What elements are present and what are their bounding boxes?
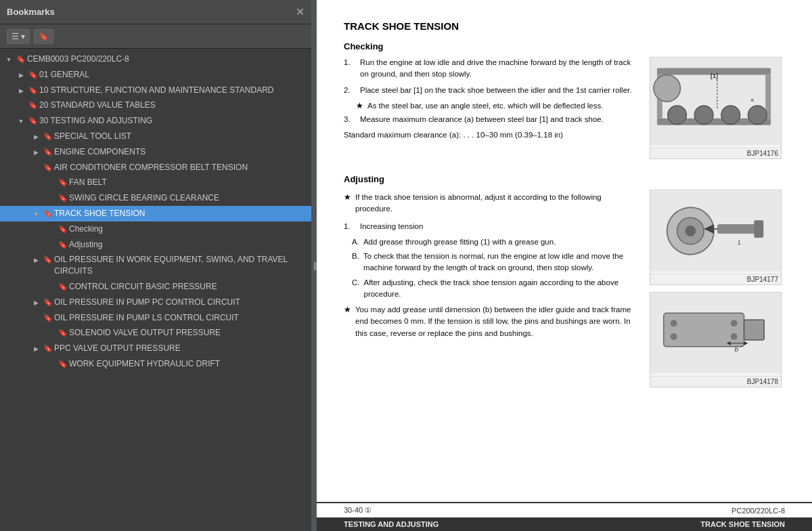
sidebar-item-oilpressls[interactable]: 🔖OIL PRESSURE IN PUMP LS CONTROL CIRCUIT (0, 310, 311, 326)
adj-step-1: 1. Increasing tension (344, 221, 639, 232)
sidebar-item-cemb[interactable]: 🔖CEMB0003 PC200/220LC-8 (0, 51, 311, 67)
bookmark-tree[interactable]: 🔖CEMB0003 PC200/220LC-8🔖01 GENERAL🔖10 ST… (0, 49, 311, 531)
bookmark-icon-20std: 🔖 (27, 100, 39, 110)
sidebar-item-10struct[interactable]: 🔖10 STRUCTURE, FUNCTION AND MAINTENANCE … (0, 83, 311, 98)
sidebar-item-label-engine: ENGINE COMPONENTS (54, 146, 309, 158)
sidebar-item-aircond[interactable]: 🔖AIR CONDITIONER COMPRESSOR BELT TENSION (0, 160, 311, 175)
bookmark-icon-10struct: 🔖 (27, 85, 39, 95)
sidebar-item-label-trackshoe: TRACK SHOE TENSION (54, 208, 309, 219)
main-content: TRACK SHOE TENSION Checking 1. Run the e… (317, 0, 812, 531)
bookmark-icon-oilpresspc: 🔖 (42, 297, 54, 307)
sidebar-item-20std[interactable]: 🔖20 STANDARD VALUE TABLES (0, 98, 311, 113)
sidebar-item-label-20std: 20 STANDARD VALUE TABLES (39, 100, 309, 111)
bookmark-icon-engine: 🔖 (42, 147, 54, 157)
expand-icon-01general[interactable] (15, 70, 27, 80)
sidebar-item-label-checking: Checking (69, 224, 309, 235)
expand-icon-engine[interactable] (30, 148, 42, 157)
checking-steps-cont: 3. Measure maximum clearance (a) between… (344, 114, 639, 125)
expand-icon-special[interactable] (30, 132, 42, 142)
bookmark-icon-checking: 🔖 (57, 224, 69, 234)
sidebar-item-label-cemb: CEMB0003 PC200/220LC-8 (27, 54, 309, 65)
adj-step-1c: C. After adjusting, check the track shoe… (352, 277, 639, 301)
sidebar-toolbar: ☰ ▾ 🔖 (0, 24, 311, 49)
svg-text:b: b (735, 345, 739, 353)
sidebar-item-solenoid[interactable]: 🔖SOLENOID VALVE OUTPUT PRESSURE (0, 325, 311, 341)
sidebar-title: Bookmarks (7, 7, 55, 17)
adjusting-star-2-list: ★ You may add grease until dimension (b)… (344, 304, 639, 339)
track-diagram-2: 1 (650, 190, 781, 272)
sidebar-item-label-workequip: WORK EQUIPMENT HYDRAULIC DRIFT (69, 358, 309, 370)
list-view-button[interactable]: ☰ ▾ (7, 29, 30, 44)
bookmark-icon-cemb: 🔖 (15, 54, 27, 64)
sidebar-item-30testing[interactable]: 🔖30 TESTING AND ADJUSTING (0, 113, 311, 129)
step-2a: ★ As the steel bar, use an angle steel, … (356, 100, 639, 112)
image-bjp14176: [1] a BJP14176 (650, 57, 782, 159)
bookmark-icon-trackshoe: 🔖 (42, 209, 54, 219)
sidebar-item-adjusting[interactable]: 🔖Adjusting (0, 237, 311, 253)
svg-point-7 (721, 106, 740, 125)
bookmark-icon-01general: 🔖 (27, 70, 39, 80)
track-diagram-1: [1] a (650, 58, 781, 146)
sidebar: Bookmarks ✕ ☰ ▾ 🔖 🔖CEMB0003 PC200/220LC-… (0, 0, 311, 531)
bottom-right-label: TRACK SHOE TENSION (700, 520, 785, 528)
expand-icon-trackshoe[interactable] (30, 209, 42, 219)
sidebar-item-oilpresswork[interactable]: 🔖OIL PRESSURE IN WORK EQUIPMENT, SWING, … (0, 252, 311, 279)
checking-text: 1. Run the engine at low idle and drive … (344, 57, 639, 166)
sidebar-header: Bookmarks ✕ (0, 0, 311, 24)
sidebar-item-checking[interactable]: 🔖Checking (0, 221, 311, 237)
sidebar-item-engine[interactable]: 🔖ENGINE COMPONENTS (0, 144, 311, 160)
adj-step-1a: A. Add grease through grease fitting (1)… (352, 236, 639, 248)
svg-point-6 (694, 106, 713, 125)
close-button[interactable]: ✕ (296, 7, 304, 18)
svg-point-8 (748, 106, 767, 125)
image-caption-1: BJP14176 (650, 148, 781, 158)
sidebar-item-workequip[interactable]: 🔖WORK EQUIPMENT HYDRAULIC DRIFT (0, 356, 311, 372)
bottom-left-label: TESTING AND ADJUSTING (344, 520, 438, 528)
step-1: 1. Run the engine at low idle and drive … (344, 57, 639, 81)
bookmark-icon-30testing: 🔖 (27, 116, 39, 126)
expand-icon-30testing[interactable] (15, 116, 27, 126)
expand-icon-oilpresswork[interactable] (30, 255, 42, 265)
sidebar-item-01general[interactable]: 🔖01 GENERAL (0, 67, 311, 83)
sidebar-item-fanbelt[interactable]: 🔖FAN BELT (0, 175, 311, 190)
expand-icon-10struct[interactable] (15, 86, 27, 95)
resize-handle[interactable]: ▐ (311, 0, 317, 531)
adjusting-star-1: ★ If the track shoe tension is abnormal,… (344, 192, 639, 215)
bookmark-icon-adjusting: 🔖 (57, 240, 69, 250)
svg-rect-24 (744, 320, 765, 340)
expand-icon-ppcvalve[interactable] (30, 344, 42, 354)
adjusting-star-list: ★ If the track shoe tension is abnormal,… (344, 192, 639, 215)
bookmark-view-button[interactable]: 🔖 (34, 29, 53, 44)
sidebar-item-label-controlbasic: CONTROL CIRCUIT BASIC PRESSURE (69, 281, 309, 293)
checking-section-title: Checking (344, 41, 785, 51)
adjusting-content-area: ★ If the track shoe tension is abnormal,… (344, 190, 785, 394)
sidebar-item-special[interactable]: 🔖SPECIAL TOOL LIST (0, 129, 311, 144)
sidebar-item-label-oilpressls: OIL PRESSURE IN PUMP LS CONTROL CIRCUIT (54, 312, 309, 324)
sidebar-item-label-solenoid: SOLENOID VALVE OUTPUT PRESSURE (69, 327, 309, 339)
expand-icon-oilpresspc[interactable] (30, 298, 42, 307)
sidebar-item-controlbasic[interactable]: 🔖CONTROL CIRCUIT BASIC PRESSURE (0, 279, 311, 295)
adjusting-images: 1 BJP14177 b (650, 190, 785, 394)
svg-point-16 (685, 226, 696, 236)
sidebar-item-label-oilpresswork: OIL PRESSURE IN WORK EQUIPMENT, SWING, A… (54, 254, 309, 277)
document-page: TRACK SHOE TENSION Checking 1. Run the e… (317, 0, 812, 502)
sidebar-item-oilpresspc[interactable]: 🔖OIL PRESSURE IN PUMP PC CONTROL CIRCUIT (0, 295, 311, 310)
adjusting-section-title: Adjusting (344, 174, 785, 184)
sidebar-item-label-adjusting: Adjusting (69, 239, 309, 251)
adjusting-steps: 1. Increasing tension (344, 221, 639, 232)
sidebar-item-label-ppcvalve: PPC VALVE OUTPUT PRESSURE (54, 343, 309, 354)
adj-step-1b: B. To check that the tension is normal, … (352, 251, 639, 274)
bookmark-icon-controlbasic: 🔖 (57, 282, 69, 292)
sidebar-item-label-fanbelt: FAN BELT (69, 177, 309, 188)
checking-steps: 1. Run the engine at low idle and drive … (344, 57, 639, 96)
step-2-sub: ★ As the steel bar, use an angle steel, … (356, 100, 639, 112)
expand-icon-cemb[interactable] (3, 55, 15, 64)
svg-rect-17 (717, 224, 757, 234)
sidebar-item-label-30testing: 30 TESTING AND ADJUSTING (39, 115, 309, 127)
doc-footer: 30-40 ① PC200/220LC-8 (317, 502, 812, 517)
sidebar-item-swing[interactable]: 🔖SWING CIRCLE BEARING CLEARANCE (0, 190, 311, 206)
sidebar-item-ppcvalve[interactable]: 🔖PPC VALVE OUTPUT PRESSURE (0, 341, 311, 356)
sidebar-item-trackshoe[interactable]: 🔖TRACK SHOE TENSION (0, 206, 311, 221)
image-caption-3: BJP14178 (650, 376, 781, 387)
svg-point-5 (668, 106, 687, 125)
